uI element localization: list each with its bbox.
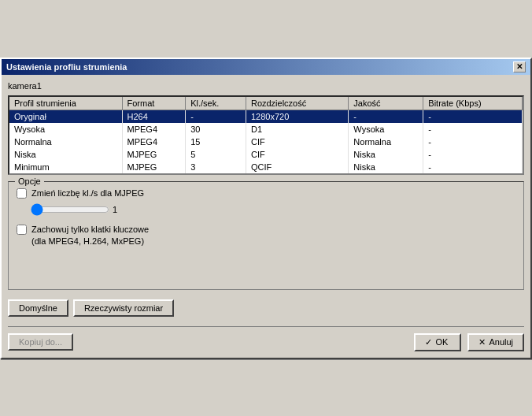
table-cell-0-3: 1280x720	[246, 110, 348, 123]
table-row[interactable]: NiskaMJPEG5CIFNiska-	[9, 148, 523, 161]
table-cell-2-1: MPEG4	[122, 136, 186, 148]
table-cell-1-3: D1	[246, 123, 348, 136]
table-row[interactable]: NormalnaMPEG415CIFNormalna-	[9, 136, 523, 148]
table-cell-0-5: -	[423, 110, 523, 123]
ok-label: OK	[435, 337, 448, 347]
copy-to-button[interactable]: Kopiuj do...	[8, 333, 73, 351]
table-cell-1-0: Wysoka	[9, 123, 122, 136]
table-cell-1-4: Wysoka	[349, 123, 423, 136]
ok-button[interactable]: ✓ OK	[414, 333, 461, 351]
checkmark-icon: ✓	[425, 337, 432, 347]
table-cell-0-1: H264	[122, 110, 186, 123]
cancel-button[interactable]: ✕ Anuluj	[467, 333, 524, 351]
real-size-button[interactable]: Rzeczywisty rozmiar	[73, 299, 174, 317]
ok-cancel-group: ✓ OK ✕ Anuluj	[414, 333, 524, 351]
options-group: Opcje Zmień liczbę kl./s dla MJPEG 1	[8, 181, 524, 290]
bottom-buttons-row1: Domyślne Rzeczywisty rozmiar	[8, 296, 524, 320]
table-cell-2-5: -	[423, 136, 523, 148]
table-cell-3-3: CIF	[246, 148, 348, 161]
table-cell-3-5: -	[423, 148, 523, 161]
col-profile: Profil strumienia	[9, 97, 122, 110]
checkbox1-row: Zmień liczbę kl./s dla MJPEG	[17, 188, 515, 199]
options-legend: Opcje	[15, 176, 44, 186]
table-cell-3-2: 5	[186, 148, 246, 161]
col-bitrate: Bitrate (Kbps)	[423, 97, 523, 110]
col-quality: Jakość	[349, 97, 423, 110]
table-row[interactable]: OryginałH264-1280x720--	[9, 110, 523, 123]
table-cell-1-2: 30	[186, 123, 246, 136]
cancel-label: Anuluj	[489, 337, 513, 347]
checkbox2-row: Zachowuj tylko klatki kluczowe (dla MPEG…	[17, 224, 515, 248]
table-cell-2-2: 15	[186, 136, 246, 148]
table-row[interactable]: WysokaMPEG430D1Wysoka-	[9, 123, 523, 136]
table-cell-1-5: -	[423, 123, 523, 136]
table-cell-3-4: Niska	[349, 148, 423, 161]
checkbox2-line2: (dla MPEG4, H.264, MxPEG)	[31, 236, 149, 247]
fps-slider[interactable]	[31, 203, 109, 216]
table-cell-2-3: CIF	[246, 136, 348, 148]
table-cell-0-2: -	[186, 110, 246, 123]
table-cell-2-4: Normalna	[349, 136, 423, 148]
close-button[interactable]: ✕	[513, 61, 526, 72]
table-row[interactable]: MinimumMJPEG3QCIFNiska-	[9, 161, 523, 173]
stream-profile-table: Profil strumienia Format Kl./sek. Rozdzi…	[9, 97, 523, 173]
table-cell-4-5: -	[423, 161, 523, 173]
window-title: Ustawienia profliu strumienia	[6, 62, 127, 72]
defaults-button[interactable]: Domyślne	[8, 299, 68, 317]
table-cell-0-4: -	[349, 110, 423, 123]
table-cell-4-2: 3	[186, 161, 246, 173]
slider-container: 1	[31, 203, 122, 216]
checkbox-keyframes[interactable]	[17, 225, 27, 235]
table-cell-4-0: Minimum	[9, 161, 122, 173]
table-cell-0-0: Oryginał	[9, 110, 122, 123]
table-cell-4-1: MJPEG	[122, 161, 186, 173]
stream-profile-table-container: Profil strumienia Format Kl./sek. Rozdzi…	[8, 95, 524, 175]
table-cell-4-3: QCIF	[246, 161, 348, 173]
table-cell-1-1: MPEG4	[122, 123, 186, 136]
checkbox1-label: Zmień liczbę kl./s dla MJPEG	[31, 188, 144, 198]
table-header-row: Profil strumienia Format Kl./sek. Rozdzi…	[9, 97, 523, 110]
checkbox2-text: Zachowuj tylko klatki kluczowe (dla MPEG…	[31, 224, 149, 248]
checkbox2-line1: Zachowuj tylko klatki kluczowe	[31, 224, 149, 236]
x-icon: ✕	[478, 337, 486, 347]
camera-label: kamera1	[8, 81, 524, 91]
bottom-buttons-row2: Kopiuj do... ✓ OK ✕ Anuluj	[8, 326, 524, 351]
table-cell-4-4: Niska	[349, 161, 423, 173]
slider-value: 1	[113, 205, 122, 214]
table-cell-3-1: MJPEG	[122, 148, 186, 161]
checkbox-mjpeg-fps[interactable]	[17, 188, 27, 199]
options-content: Zmień liczbę kl./s dla MJPEG 1 Zachowuj …	[17, 188, 515, 283]
title-bar: Ustawienia profliu strumienia ✕	[2, 59, 530, 75]
table-cell-3-0: Niska	[9, 148, 122, 161]
table-body: OryginałH264-1280x720--WysokaMPEG430D1Wy…	[9, 110, 523, 173]
slider-row: 1	[31, 203, 515, 216]
main-window: Ustawienia profliu strumienia ✕ kamera1 …	[0, 58, 532, 359]
table-cell-2-0: Normalna	[9, 136, 122, 148]
col-format: Format	[122, 97, 186, 110]
col-resolution: Rozdzielczość	[246, 97, 348, 110]
col-fps: Kl./sek.	[186, 97, 246, 110]
window-body: kamera1 Profil strumienia Format Kl./sek…	[2, 75, 530, 358]
